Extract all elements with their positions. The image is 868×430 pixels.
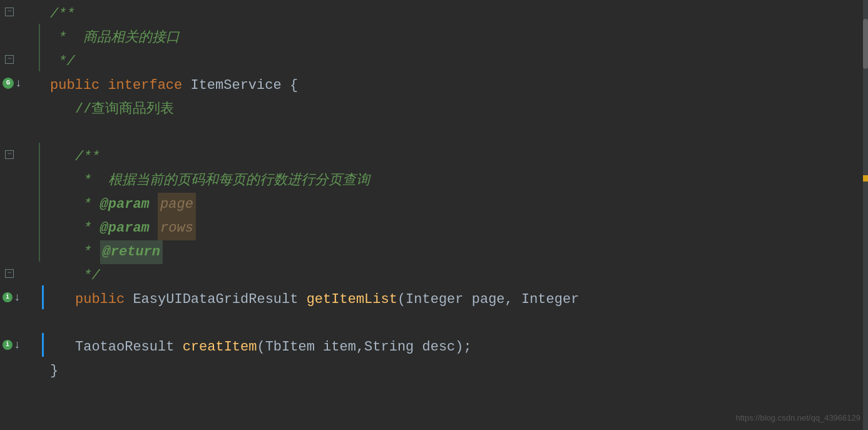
code-line-5: //查询商品列表 [50,98,868,121]
param-tag-9: @param [100,193,150,215]
code-line-14 [50,312,868,335]
watermark: https://blog.csdn.net/qq_43966129 [736,412,861,425]
fold-icon-1[interactable]: − [5,8,14,16]
javadoc-close-12: */ [75,265,100,287]
keyword-public-4: public [50,74,100,96]
return-type-15: TaotaoResult [75,336,174,358]
code-content: /** * 商品相关的接口 */ public interface ItemSe… [44,0,868,430]
fold-icon-3[interactable]: − [5,55,14,64]
javadoc-star-11: * [75,241,100,263]
code-line-3: */ [50,50,868,74]
code-line-11: * @return [50,240,868,264]
comment-open-1: /** [50,3,75,25]
code-line-6 [50,121,868,145]
inline-comment-5: //查询商品列表 [75,98,174,120]
javadoc-zh-8: * 根据当前的页码和每页的行数进行分页查询 [75,170,370,192]
params-13: (Integer page, Integer [397,289,579,310]
javadoc-star-9: * [75,193,100,215]
param-name-page-9: page [158,193,196,216]
scrollbar-marker [863,175,868,182]
comment-close-3: */ [50,51,75,73]
code-line-2: * 商品相关的接口 [50,26,868,50]
gutter: − − G ↓ − − [0,0,44,430]
return-type-13: EasyUIDataGridResult [133,289,298,310]
code-line-16: } [50,359,868,383]
return-tag-11: @return [100,240,163,264]
method-name-13: getItemList [307,289,397,310]
keyword-interface-4: interface [108,74,182,96]
code-line-12: */ [50,264,868,288]
code-line-15: TaotaoResult creatItem (TbItem item,Stri… [50,335,868,359]
code-line-13: public EasyUIDataGridResult getItemList … [50,288,868,312]
interface-name-4: ItemService [190,74,281,96]
code-line-1: /** [50,3,868,26]
scrollbar-thumb[interactable] [863,19,868,69]
scrollbar-track[interactable] [863,0,868,430]
brace-open-4: { [290,74,298,96]
javadoc-open-7: /** [75,146,100,168]
code-editor: − − G ↓ − − [0,0,868,430]
code-line-10: * @param rows [50,217,868,240]
keyword-public-13: public [75,289,125,310]
fold-icon-7[interactable]: − [5,150,14,159]
comment-zh-2: * 商品相关的接口 [50,27,180,49]
code-line-9: * @param page [50,193,868,217]
params-15: (TbItem item,String desc); [257,336,471,358]
code-line-8: * 根据当前的页码和每页的行数进行分页查询 [50,169,868,193]
param-tag-10: @param [100,217,150,239]
fold-icon-12[interactable]: − [5,269,14,278]
brace-close-16: } [50,360,58,382]
method-name-15: creatItem [183,336,257,358]
code-line-7: /** [50,145,868,169]
param-name-rows-10: rows [158,217,196,240]
javadoc-star-10: * [75,217,100,239]
code-line-4: public interface ItemService { [50,74,868,98]
